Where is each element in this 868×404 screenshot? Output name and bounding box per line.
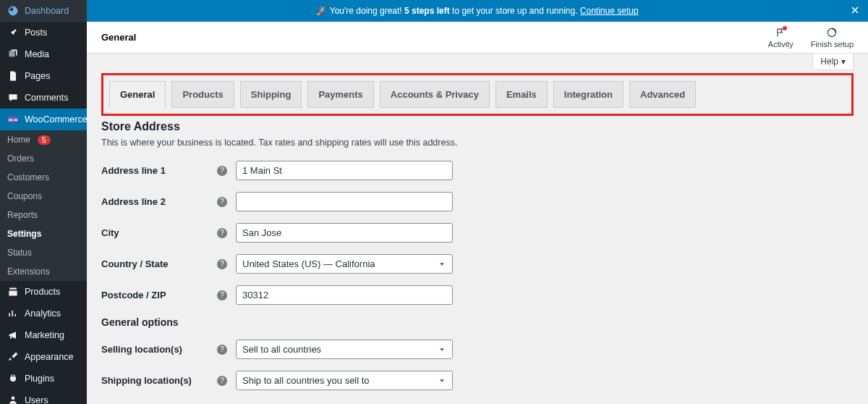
help-tab-row: Help ▾ [87, 54, 868, 70]
help-icon[interactable]: ? [217, 376, 227, 386]
dashboard-icon [7, 5, 19, 17]
sidebar-item-dashboard[interactable]: Dashboard [0, 0, 87, 22]
submenu-label: Customers [7, 172, 49, 182]
select-country[interactable]: United States (US) — California [236, 254, 453, 274]
sidebar-item-products[interactable]: Products [0, 281, 87, 303]
sidebar-item-users[interactable]: Users [0, 390, 87, 404]
chevron-down-icon: ▾ [841, 56, 846, 67]
tab-accounts-privacy[interactable]: Accounts & Privacy [380, 81, 490, 108]
input-address2[interactable] [236, 192, 453, 211]
input-city[interactable] [236, 223, 453, 243]
sidebar-item-plugins[interactable]: Plugins [0, 368, 87, 390]
help-icon[interactable]: ? [217, 259, 227, 269]
label-shipping: Shipping location(s) [101, 375, 217, 386]
brush-icon [7, 351, 19, 363]
help-icon[interactable]: ? [217, 290, 227, 300]
select-selling-value: Sell to all countries [242, 344, 321, 355]
progress-topbar: 🚀 You're doing great! 5 steps left to ge… [87, 0, 868, 22]
analytics-icon [7, 308, 19, 319]
submenu-status[interactable]: Status [0, 243, 87, 262]
sidebar-label: Dashboard [25, 6, 69, 16]
tab-advanced[interactable]: Advanced [629, 81, 696, 108]
tab-integration[interactable]: Integration [553, 81, 624, 108]
sidebar-label: Appearance [25, 352, 73, 362]
tab-general[interactable]: General [109, 81, 166, 108]
close-icon[interactable] [849, 4, 861, 16]
submenu-coupons[interactable]: Coupons [0, 187, 87, 206]
content-scroll: General Products Shipping Payments Accou… [87, 70, 868, 404]
sidebar-item-media[interactable]: Media [0, 43, 87, 65]
input-address1[interactable] [236, 161, 453, 180]
media-icon [7, 49, 19, 60]
submenu-orders[interactable]: Orders [0, 149, 87, 168]
help-dropdown[interactable]: Help ▾ [812, 54, 854, 70]
row-selling: Selling location(s) ? Sell to all countr… [101, 340, 854, 359]
submenu-label: Status [7, 248, 32, 258]
chevron-down-icon [438, 260, 446, 269]
sidebar-item-appearance[interactable]: Appearance [0, 346, 87, 368]
row-city: City ? [101, 223, 854, 243]
tab-payments[interactable]: Payments [307, 81, 373, 108]
sidebar-label: Analytics [25, 308, 61, 319]
store-address-desc: This is where your business is located. … [101, 138, 854, 148]
sidebar-label: Marketing [25, 330, 64, 340]
sidebar-label: Plugins [25, 374, 54, 384]
finish-setup-button[interactable]: Finish setup [811, 27, 854, 49]
comment-icon [7, 92, 19, 104]
select-shipping[interactable]: Ship to all countries you sell to [236, 371, 453, 390]
submenu-home[interactable]: Home 5 [0, 130, 87, 149]
sidebar-label: WooCommerce [25, 114, 87, 125]
label-address2: Address line 2 [101, 196, 217, 207]
sidebar-item-comments[interactable]: Comments [0, 87, 87, 109]
svg-point-3 [12, 396, 15, 400]
flag-icon [775, 27, 786, 38]
submenu-label: Extensions [7, 266, 50, 277]
select-selling[interactable]: Sell to all countries [236, 340, 453, 359]
label-postcode: Postcode / ZIP [101, 290, 217, 300]
svg-point-2 [16, 119, 17, 121]
sidebar-label: Pages [25, 71, 50, 81]
help-icon[interactable]: ? [217, 345, 227, 355]
continue-setup-link[interactable]: Continue setup [580, 6, 639, 16]
submenu-extensions[interactable]: Extensions [0, 262, 87, 281]
chevron-down-icon [438, 376, 446, 385]
submenu-customers[interactable]: Customers [0, 168, 87, 187]
sidebar-item-posts[interactable]: Posts [0, 22, 87, 43]
label-country: Country / State [101, 258, 217, 269]
plug-icon [7, 373, 19, 384]
sidebar-item-analytics[interactable]: Analytics [0, 303, 87, 324]
page-title: General [101, 32, 136, 43]
tab-emails[interactable]: Emails [495, 81, 548, 108]
activity-button[interactable]: Activity [768, 27, 793, 49]
row-address1: Address line 1 ? [101, 161, 854, 180]
rocket-icon: 🚀 [316, 6, 327, 16]
users-icon [7, 395, 19, 404]
sidebar-item-marketing[interactable]: Marketing [0, 324, 87, 346]
header-bar: General Activity Finish setup [87, 22, 868, 54]
help-icon[interactable]: ? [217, 228, 227, 238]
submenu-settings[interactable]: Settings [0, 224, 87, 243]
tab-shipping[interactable]: Shipping [240, 81, 302, 108]
chevron-down-icon [438, 345, 446, 354]
tab-products[interactable]: Products [171, 81, 234, 108]
help-icon[interactable]: ? [217, 197, 227, 207]
help-icon[interactable]: ? [217, 166, 227, 176]
submenu-reports[interactable]: Reports [0, 206, 87, 224]
submenu-label: Orders [7, 153, 34, 164]
page-icon [7, 70, 19, 82]
sidebar-item-woocommerce[interactable]: WooCommerce [0, 109, 87, 130]
topbar-text: You're doing great! [330, 6, 402, 16]
progress-circle-icon [826, 27, 838, 38]
label-address1: Address line 1 [101, 165, 217, 176]
products-icon [7, 286, 19, 298]
select-country-value: United States (US) — California [242, 258, 375, 269]
row-postcode: Postcode / ZIP ? [101, 285, 854, 305]
sidebar-item-pages[interactable]: Pages [0, 65, 87, 87]
row-address2: Address line 2 ? [101, 192, 854, 211]
marketing-icon [7, 329, 19, 341]
admin-sidebar: Dashboard Posts Media Pages Comments Woo… [0, 0, 87, 404]
sidebar-label: Media [25, 49, 49, 59]
main-area: 🚀 You're doing great! 5 steps left to ge… [87, 0, 868, 404]
input-postcode[interactable] [236, 285, 453, 305]
label-selling: Selling location(s) [101, 344, 217, 355]
